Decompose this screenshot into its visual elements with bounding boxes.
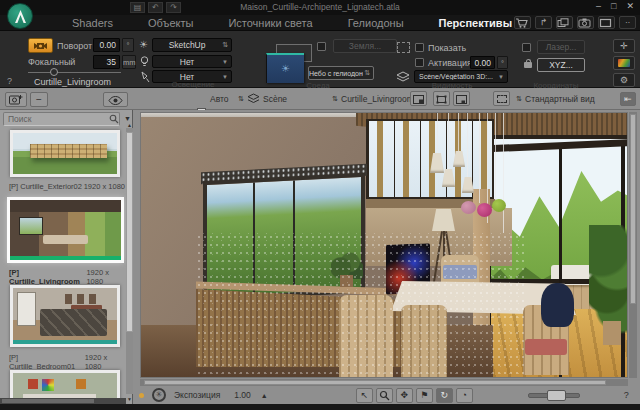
remove-view-button[interactable]: −	[30, 92, 48, 107]
preview-eye-button[interactable]	[103, 92, 128, 107]
focal-slider-knob[interactable]	[50, 68, 58, 76]
navigation-tools: ↖ ✥ ⚑ ↻ ◔	[356, 388, 476, 403]
safe-frame-button[interactable]	[433, 91, 450, 106]
exposure-stepper-icon[interactable]: ▲	[261, 392, 268, 399]
walk-tool-button[interactable]: ⚑	[416, 388, 433, 403]
updown-icon: ⇅	[221, 41, 231, 49]
rotation-unit: °	[122, 38, 134, 52]
tab-objects[interactable]: Объекты	[148, 17, 193, 29]
updown-icon: ⇅	[516, 95, 522, 103]
add-view-button[interactable]	[5, 92, 27, 107]
thumbnail-bedroom01[interactable]	[10, 285, 120, 347]
laser-checkbox[interactable]	[522, 43, 531, 52]
status-dot	[139, 393, 144, 398]
updown-icon: ⇅	[238, 95, 244, 103]
down-icon: ▼	[221, 74, 231, 80]
tab-heliodons[interactable]: Гелиодоны	[348, 17, 404, 29]
scene-pendant-cord	[458, 113, 459, 153]
camera-icon[interactable]	[577, 16, 594, 29]
search-input[interactable]	[3, 112, 120, 126]
tab-lights[interactable]: Источники света	[228, 17, 312, 29]
viewport-vscroll-thumb[interactable]	[630, 114, 636, 304]
scene-select[interactable]: Scène	[263, 94, 287, 104]
clipping-box-icon	[397, 42, 410, 53]
aperture-icon[interactable]: ✳	[152, 388, 166, 402]
console-icon[interactable]: ∙∙	[619, 16, 636, 29]
aspect-ratio-button[interactable]	[410, 91, 427, 106]
timer-tool-button[interactable]: ◔	[456, 388, 473, 403]
frame-icon[interactable]	[598, 16, 615, 29]
dashed-frame-icon	[497, 95, 507, 103]
environment-slot1-active[interactable]: ☀	[266, 53, 304, 83]
select-tool-button[interactable]: ↖	[356, 388, 373, 403]
rainbow-icon	[618, 59, 630, 67]
ground-checkbox[interactable]	[317, 42, 326, 51]
render-progress-bar	[10, 256, 121, 260]
thumbnail-image	[13, 133, 117, 174]
settings-button[interactable]: ⚙	[613, 73, 635, 87]
move-arrow-icon[interactable]: ↱	[535, 16, 552, 29]
lighting-app-select[interactable]: SketchUp⇅	[152, 38, 232, 52]
lock-icon[interactable]	[524, 59, 532, 68]
zoom-tool-button[interactable]	[376, 388, 393, 403]
minimize-button[interactable]: –	[596, 1, 601, 11]
view-select[interactable]: Curtille_Livingroom	[341, 94, 414, 104]
sidebar-vscroll-thumb[interactable]	[126, 132, 133, 332]
pan-tool-button[interactable]: ✥	[396, 388, 413, 403]
focal-input[interactable]: 35	[93, 55, 120, 69]
focal-slider[interactable]	[28, 72, 121, 73]
activation-checkbox[interactable]	[415, 58, 424, 67]
search-icon	[109, 114, 119, 124]
layers-icon	[396, 71, 410, 82]
rotation-input[interactable]: 0.00	[93, 38, 120, 52]
list-item-label: [P] Curtille_Exterior02 1920 x 1080	[9, 182, 125, 191]
undo-icon[interactable]: ↶	[148, 2, 163, 13]
quick-actions: ▤ ↶ ↷	[130, 2, 181, 13]
ground-button[interactable]: Земля...	[333, 39, 397, 53]
orbit-tool-button[interactable]: ↻	[436, 388, 453, 403]
quality-slider-knob[interactable]	[547, 390, 566, 401]
cart-icon[interactable]	[514, 16, 531, 29]
viewport-hscroll-thumb[interactable]	[144, 380, 606, 385]
collapse-panel-button[interactable]: ⇤	[620, 92, 636, 106]
thumbnail-livingroom-selected[interactable]	[7, 197, 124, 263]
render-preview-button[interactable]	[613, 56, 635, 70]
laser-button[interactable]: Лазер...	[537, 40, 585, 54]
scrollbar-thumb[interactable]	[2, 399, 94, 403]
duplicate-icon[interactable]	[556, 16, 573, 29]
scene-clerestory-windows	[366, 119, 494, 199]
redo-icon[interactable]: ↷	[166, 2, 181, 13]
resize-frame-button[interactable]	[453, 91, 470, 106]
standard-view-select[interactable]: Стандартный вид	[525, 94, 595, 104]
activation-input[interactable]: 0.00	[470, 56, 495, 69]
activation-unit: °	[497, 56, 508, 69]
scene-pendant-green	[492, 199, 506, 212]
sky-select[interactable]: Небо с гелиодоном⇅	[308, 66, 374, 80]
close-button[interactable]: ✕	[626, 1, 634, 11]
tab-shaders[interactable]: Shaders	[72, 17, 113, 29]
show-checkbox[interactable]	[415, 43, 424, 52]
maximize-button[interactable]: □	[611, 1, 616, 11]
lighting-lamps-select[interactable]: Нет▼	[152, 55, 232, 68]
thumbnail-exterior02[interactable]	[10, 130, 120, 177]
app-logo-icon	[7, 3, 33, 29]
updown-icon: ⇅	[363, 69, 373, 77]
filter-icon[interactable]: ▼	[124, 115, 131, 122]
xyz-button[interactable]: XYZ...	[537, 58, 585, 72]
scene-pendant-magenta	[477, 203, 492, 217]
down-icon: ▼	[497, 74, 507, 80]
help-icon[interactable]: ?	[624, 390, 629, 400]
quality-slider[interactable]	[528, 393, 580, 398]
activation-label: Активация	[428, 58, 472, 68]
expand-tools-button[interactable]: ✛	[613, 39, 635, 53]
scroll-up-icon[interactable]: ▲	[127, 122, 132, 128]
camera-mode-button[interactable]	[28, 38, 53, 53]
exposure-value[interactable]: 1.00	[234, 390, 251, 400]
focal-unit: mm	[122, 55, 136, 69]
top-right-toolbar: ↱ ∙∙	[514, 16, 636, 29]
render-view[interactable]	[140, 112, 628, 378]
save-icon[interactable]: ▤	[130, 2, 145, 13]
tab-perspectives[interactable]: Перспективы▼	[439, 17, 524, 29]
scroll-down-icon[interactable]: ▼	[127, 396, 132, 402]
render-region-button[interactable]	[493, 91, 510, 106]
